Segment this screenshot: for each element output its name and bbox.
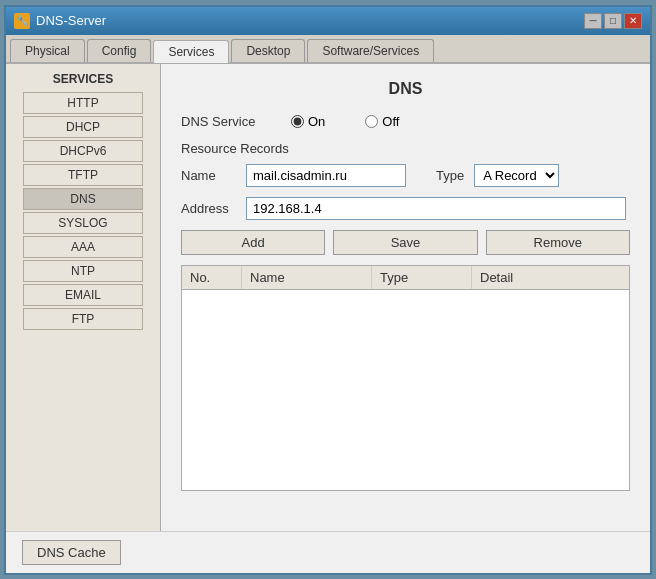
- tabs-bar: Physical Config Services Desktop Softwar…: [6, 35, 650, 64]
- sidebar-item-ftp[interactable]: FTP: [23, 308, 143, 330]
- remove-button[interactable]: Remove: [486, 230, 630, 255]
- col-type: Type: [372, 266, 472, 289]
- sidebar-item-http[interactable]: HTTP: [23, 92, 143, 114]
- sidebar-item-dhcp[interactable]: DHCP: [23, 116, 143, 138]
- close-button[interactable]: ✕: [624, 13, 642, 29]
- dns-cache-button[interactable]: DNS Cache: [22, 540, 121, 565]
- address-row: Address: [181, 197, 630, 220]
- radio-off-input[interactable]: [365, 115, 378, 128]
- address-input[interactable]: [246, 197, 626, 220]
- name-input[interactable]: [246, 164, 406, 187]
- records-table: No. Name Type Detail: [181, 265, 630, 491]
- radio-off-label[interactable]: Off: [365, 114, 399, 129]
- sidebar-item-dns[interactable]: DNS: [23, 188, 143, 210]
- title-bar-left: 🔧 DNS-Server: [14, 13, 106, 29]
- name-type-row: Name Type A Record CNAME MX NS AAAA: [181, 164, 630, 187]
- panel-title: DNS: [181, 80, 630, 98]
- radio-on-text: On: [308, 114, 325, 129]
- sidebar-item-syslog[interactable]: SYSLOG: [23, 212, 143, 234]
- col-no: No.: [182, 266, 242, 289]
- name-label: Name: [181, 168, 236, 183]
- app-icon: 🔧: [14, 13, 30, 29]
- sidebar-title: SERVICES: [12, 72, 154, 86]
- content-area: SERVICES HTTP DHCP DHCPv6 TFTP DNS SYSLO…: [6, 64, 650, 531]
- title-controls: ─ □ ✕: [584, 13, 642, 29]
- sidebar-item-dhcpv6[interactable]: DHCPv6: [23, 140, 143, 162]
- dns-service-label: DNS Service: [181, 114, 271, 129]
- radio-on-input[interactable]: [291, 115, 304, 128]
- action-buttons: Add Save Remove: [181, 230, 630, 255]
- sidebar-item-tftp[interactable]: TFTP: [23, 164, 143, 186]
- main-panel: DNS DNS Service On Off Resource Records: [161, 64, 650, 531]
- sidebar-item-ntp[interactable]: NTP: [23, 260, 143, 282]
- col-detail: Detail: [472, 266, 629, 289]
- table-header: No. Name Type Detail: [182, 266, 629, 290]
- bottom-bar: DNS Cache: [6, 531, 650, 573]
- window-title: DNS-Server: [36, 13, 106, 28]
- save-button[interactable]: Save: [333, 230, 477, 255]
- address-label: Address: [181, 201, 236, 216]
- sidebar-item-aaa[interactable]: AAA: [23, 236, 143, 258]
- tab-services[interactable]: Services: [153, 40, 229, 63]
- add-button[interactable]: Add: [181, 230, 325, 255]
- tab-desktop[interactable]: Desktop: [231, 39, 305, 62]
- maximize-button[interactable]: □: [604, 13, 622, 29]
- title-bar: 🔧 DNS-Server ─ □ ✕: [6, 7, 650, 35]
- type-select[interactable]: A Record CNAME MX NS AAAA: [474, 164, 559, 187]
- table-body: [182, 290, 629, 490]
- radio-group: On Off: [291, 114, 399, 129]
- main-window: 🔧 DNS-Server ─ □ ✕ Physical Config Servi…: [4, 5, 652, 575]
- radio-on-label[interactable]: On: [291, 114, 325, 129]
- sidebar: SERVICES HTTP DHCP DHCPv6 TFTP DNS SYSLO…: [6, 64, 161, 531]
- dns-service-row: DNS Service On Off: [181, 114, 630, 129]
- type-label: Type: [436, 168, 464, 183]
- tab-physical[interactable]: Physical: [10, 39, 85, 62]
- tab-config[interactable]: Config: [87, 39, 152, 62]
- tab-software-services[interactable]: Software/Services: [307, 39, 434, 62]
- col-name: Name: [242, 266, 372, 289]
- radio-off-text: Off: [382, 114, 399, 129]
- minimize-button[interactable]: ─: [584, 13, 602, 29]
- sidebar-item-email[interactable]: EMAIL: [23, 284, 143, 306]
- sidebar-scroll: HTTP DHCP DHCPv6 TFTP DNS SYSLOG AAA NTP…: [12, 92, 154, 523]
- resource-records-label: Resource Records: [181, 141, 630, 156]
